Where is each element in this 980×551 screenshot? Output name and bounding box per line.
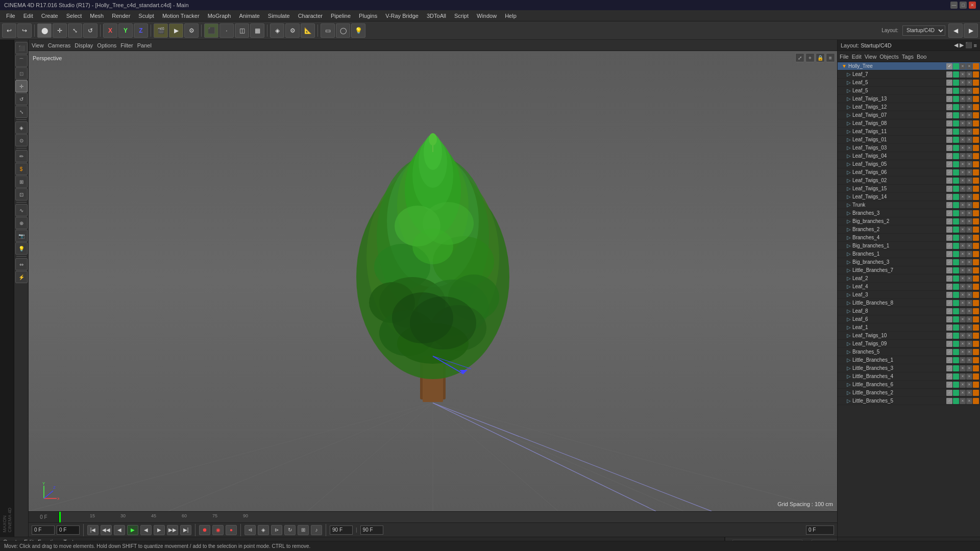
gen-x1-26[interactable]: ✕: [960, 300, 966, 306]
knife-btn[interactable]: $: [15, 163, 28, 175]
ctrl-vis-0[interactable]: ✓: [946, 71, 952, 78]
go-start-btn[interactable]: |◀: [87, 525, 99, 535]
gen-vis-38[interactable]: ✓: [946, 398, 952, 404]
prev-marker-btn[interactable]: ⊲: [244, 525, 256, 535]
obj-row-gen-29[interactable]: ▷ Leaf_1 ✓ ✕ ✕: [838, 323, 980, 332]
obj-row-gen-15[interactable]: ▷ Branches_3 ✓ ✕ ✕: [838, 209, 980, 217]
obj-row-gen-11[interactable]: ▷ Leaf_Twigs_02 ✓ ✕ ✕: [838, 177, 980, 185]
frame-display[interactable]: [806, 525, 834, 535]
gen-x1-16[interactable]: ✕: [960, 218, 966, 224]
gen-t-37[interactable]: [973, 390, 979, 396]
ctrl-t-0[interactable]: [973, 71, 979, 78]
gen-x1-17[interactable]: ✕: [960, 227, 966, 233]
gen-x2-1[interactable]: ✕: [966, 96, 972, 102]
go-end-btn[interactable]: ▶|: [180, 525, 191, 535]
gen-x1-10[interactable]: ✕: [960, 169, 966, 176]
gen-x2-20[interactable]: ✕: [966, 251, 972, 257]
gen-vis-3[interactable]: ✓: [946, 112, 952, 118]
gen-vis-28[interactable]: ✓: [946, 316, 952, 322]
record-btn[interactable]: ⏺: [199, 525, 210, 535]
vp-lock-btn[interactable]: 🔒: [816, 53, 825, 62]
gen-x1-35[interactable]: ✕: [960, 373, 966, 380]
rotate-tool[interactable]: ↺: [83, 23, 97, 38]
gen-vis-0[interactable]: ✓: [946, 88, 952, 94]
layout-btn-2[interactable]: ▶: [964, 23, 978, 38]
obj-view-menu[interactable]: View: [865, 54, 877, 60]
gen-x2-13[interactable]: ✕: [966, 194, 972, 200]
gen-x1-5[interactable]: ✕: [960, 129, 966, 135]
gen-x2-25[interactable]: ✕: [966, 292, 972, 298]
preview-range-btn[interactable]: ⊞: [298, 525, 309, 535]
gen-r-24[interactable]: [953, 284, 959, 290]
gen-vis-21[interactable]: ✓: [946, 259, 952, 265]
obj-row-gen-38[interactable]: ▷ Little_Branches_5 ✓ ✕ ✕: [838, 397, 980, 405]
layout-left-btn[interactable]: ◀: [954, 42, 958, 48]
gen-x1-9[interactable]: ✕: [960, 161, 966, 167]
gen-x1-37[interactable]: ✕: [960, 390, 966, 396]
gen-x1-19[interactable]: ✕: [960, 243, 966, 249]
gen-vis-11[interactable]: ✓: [946, 178, 952, 184]
gen-vis-13[interactable]: ✓: [946, 194, 952, 200]
brush-btn[interactable]: ✏: [15, 150, 28, 162]
menu-character[interactable]: Character: [294, 12, 327, 20]
gen-x2-19[interactable]: ✕: [966, 243, 972, 249]
gen-x2-31[interactable]: ✕: [966, 341, 972, 347]
gen-x1-24[interactable]: ✕: [960, 284, 966, 290]
spline-tool-btn[interactable]: ∿: [15, 204, 28, 216]
gen-t-33[interactable]: [973, 357, 979, 363]
gen-t-26[interactable]: [973, 300, 979, 306]
gen-r-37[interactable]: [953, 390, 959, 396]
gen-x1-18[interactable]: ✕: [960, 235, 966, 241]
menu-mesh[interactable]: Mesh: [86, 12, 108, 20]
render-to-picture[interactable]: 🎬: [154, 23, 168, 38]
select-btn[interactable]: ◈: [15, 121, 28, 134]
gen-x2-4[interactable]: ✕: [966, 120, 972, 127]
gen-r-38[interactable]: [953, 398, 959, 404]
gen-x2-2[interactable]: ✕: [966, 104, 972, 110]
menu-pipeline[interactable]: Pipeline: [327, 12, 355, 20]
gen-vis-30[interactable]: ✓: [946, 333, 952, 339]
render-view[interactable]: ▶: [169, 23, 183, 38]
gen-x1-34[interactable]: ✕: [960, 365, 966, 371]
render-settings[interactable]: ⚙: [184, 23, 199, 38]
paint-mode-btn[interactable]: ⊡: [15, 67, 28, 80]
obj-tags-menu[interactable]: Tags: [902, 54, 914, 60]
menu-plugins[interactable]: Plugins: [355, 12, 381, 20]
redo-button[interactable]: ↪: [17, 23, 32, 38]
menu-script[interactable]: Script: [450, 12, 473, 20]
gen-vis-14[interactable]: ✓: [946, 202, 952, 208]
gen-x2-29[interactable]: ✕: [966, 324, 972, 331]
vt-options[interactable]: Options: [97, 42, 116, 48]
obj-row-gen-14[interactable]: ▷ Trunk ✓ ✕ ✕: [838, 201, 980, 209]
obj-row-gen-33[interactable]: ▷ Little_Branches_1 ✓ ✕ ✕: [838, 356, 980, 364]
gen-vis-17[interactable]: ✓: [946, 227, 952, 233]
gen-r-31[interactable]: [953, 341, 959, 347]
gen-r-10[interactable]: [953, 169, 959, 176]
gen-x2-23[interactable]: ✕: [966, 276, 972, 282]
ctrl-x2-0[interactable]: ✕: [966, 71, 972, 78]
sound-btn[interactable]: ♪: [311, 525, 322, 535]
gen-x2-28[interactable]: ✕: [966, 316, 972, 322]
gen-t-32[interactable]: [973, 349, 979, 355]
gen-r-22[interactable]: [953, 267, 959, 273]
gen-t-7[interactable]: [973, 145, 979, 151]
layout-menu-btn[interactable]: ≡: [974, 42, 977, 48]
frame-input-start[interactable]: [32, 525, 55, 535]
extrude-btn[interactable]: ⊞: [15, 176, 28, 188]
maximize-button[interactable]: □: [960, 2, 967, 9]
gen-x1-36[interactable]: ✕: [960, 382, 966, 388]
gen-x2-16[interactable]: ✕: [966, 218, 972, 224]
gen-t-36[interactable]: [973, 382, 979, 388]
ctrl-x2[interactable]: ✕: [966, 63, 972, 69]
move-tool-btn[interactable]: ✛: [15, 80, 28, 92]
gen-vis-16[interactable]: ✓: [946, 218, 952, 224]
gen-x1-29[interactable]: ✕: [960, 324, 966, 331]
gen-r-27[interactable]: [953, 308, 959, 314]
obj-row-gen-7[interactable]: ▷ Leaf_Twigs_03 ✓ ✕ ✕: [838, 144, 980, 152]
gen-t-12[interactable]: [973, 186, 979, 192]
gen-t-28[interactable]: [973, 316, 979, 322]
play-reverse-btn[interactable]: ◀: [140, 525, 152, 535]
gen-x1-31[interactable]: ✕: [960, 341, 966, 347]
gen-t-38[interactable]: [973, 398, 979, 404]
gen-t-9[interactable]: [973, 161, 979, 167]
